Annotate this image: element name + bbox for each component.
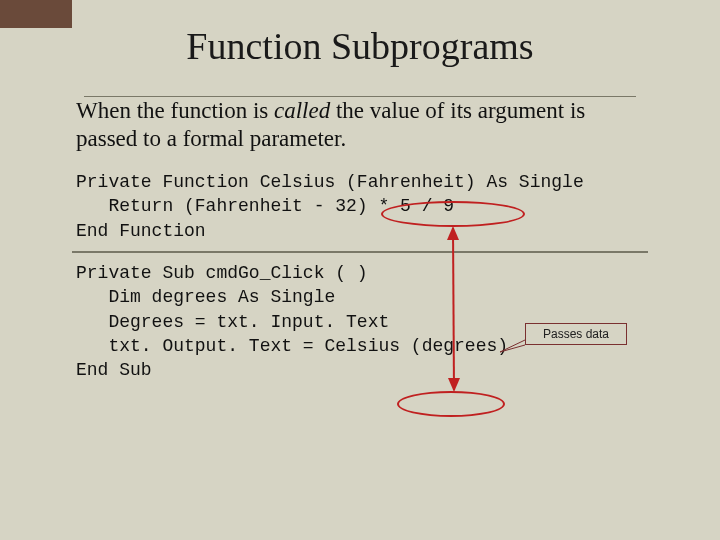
code-line: Degrees = txt. Input. Text <box>76 312 389 332</box>
callout-label: Passes data <box>525 323 627 345</box>
code-line: End Function <box>76 221 206 241</box>
code-block-function: Private Function Celsius (Fahrenheit) As… <box>72 170 648 243</box>
highlight-ellipse-degrees <box>397 391 505 417</box>
corner-crop-mark <box>0 0 72 28</box>
code-block-sub: Private Sub cmdGo_Click ( ) Dim degrees … <box>72 261 648 382</box>
code-line: txt. Output. Text = Celsius (degrees) <box>76 336 508 356</box>
code-line: Private Function Celsius (Fahrenheit) As… <box>76 172 584 192</box>
body-text-italic: called <box>274 98 330 123</box>
slide-title: Function Subprograms <box>72 24 648 78</box>
body-text-pre: When the function is <box>76 98 274 123</box>
code-line: Dim degrees As Single <box>76 287 335 307</box>
callout-text: Passes data <box>543 327 609 341</box>
code-line: Private Sub cmdGo_Click ( ) <box>76 263 368 283</box>
code-line: End Sub <box>76 360 152 380</box>
highlight-ellipse-fahrenheit <box>381 201 525 227</box>
section-divider <box>72 251 648 253</box>
body-paragraph: When the function is called the value of… <box>72 97 648 152</box>
